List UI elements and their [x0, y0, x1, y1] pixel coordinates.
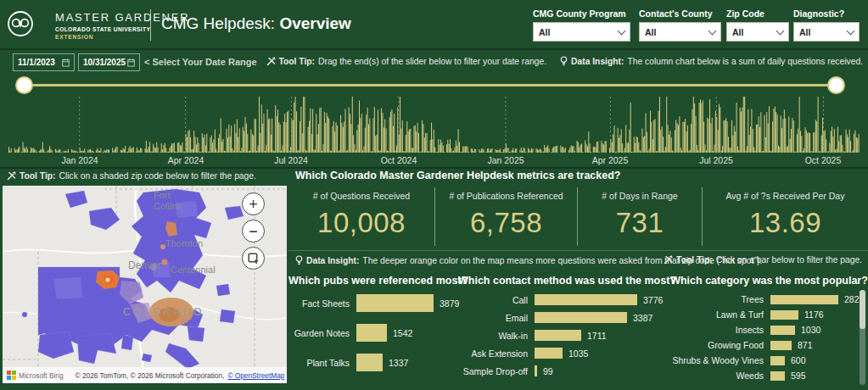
filter-label: Zip Code: [726, 8, 789, 19]
bar-value-label: 3387: [633, 313, 652, 323]
metrics-section-title: Which Colorado Master Gardener Helpdesk …: [295, 170, 620, 181]
date-slider-track[interactable]: [24, 84, 836, 86]
kpi-avg-questions-per-day: Avg # of ?s Received Per Day 13.69: [702, 187, 868, 246]
bar[interactable]: [535, 294, 637, 305]
end-date-input[interactable]: 10/31/2025: [78, 53, 140, 71]
pubs-bar-chart: Which pubs were referenced most? Fact Sh…: [288, 270, 458, 383]
date-slider-handle-start[interactable]: [15, 76, 33, 94]
bar[interactable]: [770, 326, 795, 335]
chevron-down-icon: [847, 26, 855, 35]
kpi-separator: [288, 250, 868, 251]
tools-icon: [266, 57, 276, 66]
bar[interactable]: [770, 295, 838, 304]
filter-label: Diagnostic?: [793, 8, 860, 19]
filter-cmg-county-program: CMG County Program All: [533, 8, 630, 42]
bar[interactable]: [770, 341, 792, 350]
kpi-value: 731: [578, 207, 702, 239]
map-canvas[interactable]: [3, 186, 287, 383]
map-tool-tip: Tool Tip:Click on a shaded zip code belo…: [7, 171, 256, 181]
diagnostic-dropdown[interactable]: All: [793, 22, 860, 42]
bar-row: Sample Drop-off99: [462, 365, 670, 376]
bar[interactable]: [356, 294, 434, 312]
tools-icon: [664, 255, 673, 265]
map-provider-label: Microsoft Bing: [19, 371, 64, 380]
timeline-axis-label: Jan 2025: [477, 155, 535, 165]
kpi-days-in-range: # of Days in Range 731: [577, 187, 702, 246]
bar-value-label: 1035: [568, 348, 588, 359]
chevron-down-icon: [708, 26, 717, 35]
chart-scrollbar[interactable]: [860, 290, 865, 385]
bar-category-label: Fact Sheets: [292, 298, 350, 309]
bar-category-label: Shrubs & Woody Vines: [672, 355, 764, 365]
bar-category-label: Insects: [672, 325, 764, 335]
bar[interactable]: [356, 324, 387, 342]
bar-category-label: Plant Talks: [292, 358, 350, 368]
lightbulb-icon: [560, 56, 568, 66]
timeline-axis-label: Jan 2024: [51, 155, 109, 165]
bar[interactable]: [535, 348, 563, 359]
bar-row: Insects1030: [672, 325, 868, 335]
map-zoom-in-button[interactable]: +: [242, 192, 265, 215]
filter-selected-value: All: [799, 27, 848, 37]
bar[interactable]: [770, 356, 785, 365]
map-attribution: Microsoft Bing © 2026 TomTom, © 2026 Mic…: [3, 367, 287, 383]
bar-category-label: Email: [462, 313, 528, 323]
bar-row: Lawn & Turf1176: [672, 309, 868, 320]
page-title: CMG Helpdesk: Overview: [161, 14, 351, 33]
cmg-county-program-dropdown[interactable]: All: [533, 22, 630, 42]
chart-title: Which pubs were referenced most?: [288, 275, 458, 287]
bar-row: Call3776: [462, 294, 670, 305]
city-label-thornton: Thornton: [165, 238, 203, 249]
timeline-axis-label: Apr 2024: [157, 155, 215, 165]
timeline-axis-label: Oct 2024: [370, 155, 428, 165]
city-label-fort-collins: Fort Collins: [154, 190, 193, 211]
bar-category-label: Growing Food: [672, 340, 764, 350]
header-divider: [150, 9, 151, 41]
bar[interactable]: [535, 365, 537, 376]
bar-value-label: 1337: [389, 358, 408, 368]
bar-value-label: 1176: [804, 309, 824, 320]
openstreetmap-link[interactable]: © OpenStreetMap: [227, 371, 284, 380]
bar-row: Plant Talks1337: [292, 354, 458, 371]
column-data-insight: Data Insight:The column chart below is a…: [560, 56, 863, 66]
kpi-questions-received: # of Questions Received 10,008: [288, 187, 434, 246]
bar[interactable]: [770, 310, 798, 320]
lightbulb-icon: [295, 255, 303, 265]
bar-row: Ask Extension1035: [462, 348, 670, 359]
bar-category-label: Call: [462, 295, 528, 305]
calendar-icon: [127, 58, 135, 67]
city-label-denver: Denver: [128, 260, 161, 272]
university-name: COLORADO STATE UNIVERSITY: [55, 26, 150, 32]
city-label-centennial: Centennial: [171, 265, 216, 276]
csu-ram-logo-icon: [7, 10, 34, 37]
bar[interactable]: [535, 330, 581, 341]
start-date-value: 11/1/2023: [18, 58, 55, 67]
timeline-axis-label: Jul 2025: [687, 155, 745, 165]
bar[interactable]: [770, 371, 785, 381]
zip-code-choropleth-map[interactable]: Fort Collins Thornton Denver Centennial …: [3, 186, 287, 383]
bar[interactable]: [356, 354, 383, 371]
kpi-value: 6,758: [435, 207, 577, 239]
app-header: MASTER GARDENER COLORADO STATE UNIVERSIT…: [0, 0, 868, 50]
bar-value-label: 99: [543, 366, 553, 376]
bar-row: Growing Food871: [672, 340, 868, 350]
date-slider-handle-end[interactable]: [827, 76, 845, 94]
start-date-input[interactable]: 11/1/2023: [13, 53, 75, 71]
chart-title: Which contact method was used the most?: [458, 275, 670, 287]
section-divider: [0, 167, 868, 169]
daily-questions-column-chart[interactable]: [8, 93, 860, 154]
contacts-county-dropdown[interactable]: All: [639, 22, 721, 42]
bar-category-label: Sample Drop-off: [462, 366, 528, 376]
bar-tool-tip: Tool Tip:Click on a bar below to filter …: [664, 255, 862, 265]
extension-label: EXTENSION: [55, 34, 93, 40]
bar-row: Garden Notes1542: [292, 324, 458, 342]
zip-code-dropdown[interactable]: All: [726, 22, 789, 42]
map-zoom-out-button[interactable]: −: [242, 220, 265, 242]
date-range-hint: < Select Your Date Range: [144, 57, 257, 67]
kpi-value: 13.69: [703, 207, 868, 239]
filter-selected-value: All: [732, 27, 777, 37]
kpi-label: Avg # of ?s Received Per Day: [703, 191, 868, 201]
bar[interactable]: [535, 312, 627, 323]
map-box-select-button[interactable]: [242, 247, 265, 270]
scrollbar-thumb[interactable]: [860, 290, 865, 329]
